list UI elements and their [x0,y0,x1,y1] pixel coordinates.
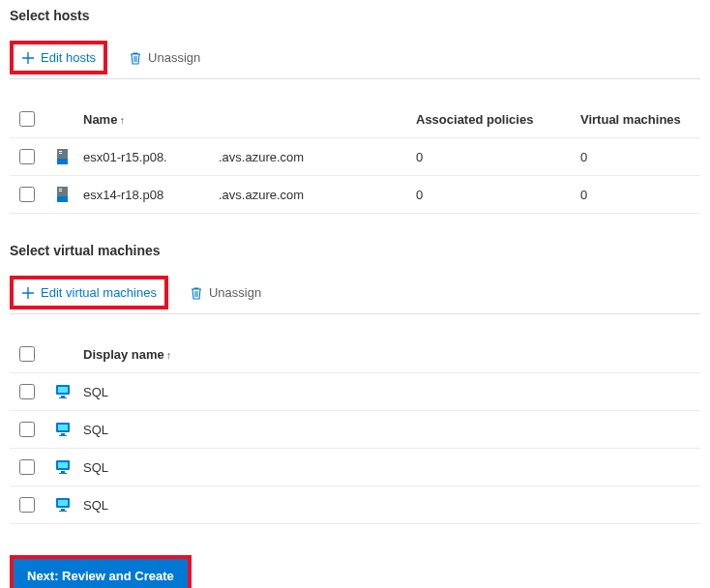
vm-name: SQL [77,449,700,486]
vms-select-all-checkbox[interactable] [19,346,35,362]
unassign-vms-label: Unassign [209,285,261,300]
vm-name: SQL [77,373,700,411]
svg-rect-4 [57,187,68,196]
svg-rect-11 [59,397,67,398]
unassign-vms-button[interactable]: Unassign [182,279,269,306]
table-row: SQL [10,411,700,449]
hosts-table: Name↑ Associated policies Virtual machin… [10,101,700,214]
hosts-col-vms[interactable]: Virtual machines [575,101,700,138]
vm-row-checkbox[interactable] [19,384,35,399]
svg-rect-2 [59,151,62,152]
svg-rect-3 [59,153,62,154]
vms-toolbar: Edit virtual machines Unassign [10,272,700,314]
svg-rect-9 [58,387,68,393]
svg-rect-7 [59,191,62,191]
host-row-checkbox[interactable] [19,149,35,164]
monitor-icon [54,383,72,400]
host-domain: .avs.azure.com [213,138,410,176]
edit-vms-button[interactable]: Edit virtual machines [10,276,168,309]
host-row-checkbox[interactable] [19,187,35,202]
vm-row-checkbox[interactable] [19,459,35,475]
monitor-icon [54,458,72,476]
table-row: SQL [10,373,700,411]
table-row: SQL [10,486,700,524]
vm-name: SQL [77,411,700,449]
select-vms-title: Select virtual machines [10,243,700,258]
server-icon [54,186,72,203]
next-review-create-button[interactable]: Next: Review and Create [14,559,188,588]
edit-hosts-label: Edit hosts [41,50,96,65]
host-vms: 0 [575,138,700,176]
svg-rect-22 [61,509,65,511]
vm-row-checkbox[interactable] [19,422,35,437]
trash-icon [129,51,142,65]
svg-rect-23 [59,511,67,512]
edit-vms-label: Edit virtual machines [41,285,157,300]
table-row: esx14-r18.p08 .avs.azure.com 0 0 [10,176,700,214]
trash-icon [190,286,203,300]
unassign-hosts-label: Unassign [148,50,200,65]
vms-table: Display name↑ SQL SQL SQL [10,336,700,524]
footer: Next: Review and Create [10,555,700,588]
host-name: esx01-r15.p08. [77,138,213,176]
table-row: esx01-r15.p08. .avs.azure.com 0 0 [10,138,700,176]
edit-hosts-button[interactable]: Edit hosts [10,41,107,74]
monitor-icon [54,496,72,514]
svg-rect-5 [57,196,68,202]
unassign-hosts-button[interactable]: Unassign [121,44,208,71]
server-icon [54,148,72,165]
sort-asc-icon: ↑ [119,114,125,126]
svg-rect-13 [58,425,68,430]
svg-rect-10 [61,396,65,397]
svg-rect-17 [58,462,68,468]
host-vms: 0 [575,176,700,214]
vms-col-display-name[interactable]: Display name [83,347,164,362]
host-domain: .avs.azure.com [213,176,410,214]
svg-rect-1 [57,159,68,164]
monitor-icon [54,421,72,438]
sort-asc-icon: ↑ [166,349,172,361]
vm-name: SQL [77,486,700,524]
host-name: esx14-r18.p08 [77,176,213,214]
plus-icon [21,51,35,65]
vm-row-checkbox[interactable] [19,497,35,513]
svg-rect-15 [59,435,67,436]
hosts-select-all-checkbox[interactable] [19,111,35,127]
host-policies: 0 [410,138,575,176]
hosts-col-name[interactable]: Name [83,112,117,127]
svg-rect-19 [59,473,67,474]
hosts-toolbar: Edit hosts Unassign [10,37,700,79]
hosts-col-policies[interactable]: Associated policies [410,101,575,138]
select-hosts-title: Select hosts [10,8,700,23]
svg-rect-6 [59,189,62,190]
svg-rect-18 [61,471,65,473]
plus-icon [21,286,35,300]
svg-rect-0 [57,149,68,159]
svg-rect-21 [58,500,68,506]
host-policies: 0 [410,176,575,214]
table-row: SQL [10,449,700,486]
svg-rect-14 [61,433,65,435]
